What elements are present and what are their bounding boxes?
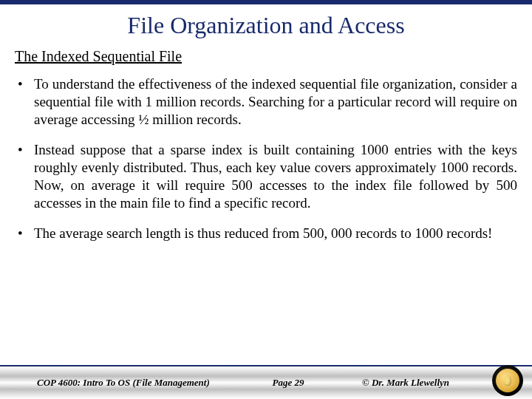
slide-title: File Organization and Access	[0, 12, 532, 39]
bullet-item: To understand the effectiveness of the i…	[15, 75, 517, 128]
footer-course: COP 4600: Intro To OS (File Management)	[0, 377, 236, 389]
ucf-logo-icon	[492, 365, 523, 396]
slide-footer: COP 4600: Intro To OS (File Management) …	[0, 365, 532, 399]
slide-subtitle: The Indexed Sequential File	[15, 48, 517, 65]
slide: File Organization and Access The Indexed…	[0, 0, 532, 399]
bullet-item: Instead suppose that a sparse index is b…	[15, 141, 517, 211]
bullet-list: To understand the effectiveness of the i…	[15, 75, 517, 242]
footer-page-number: Page 29	[236, 377, 340, 389]
bullet-item: The average search length is thus reduce…	[15, 225, 517, 242]
